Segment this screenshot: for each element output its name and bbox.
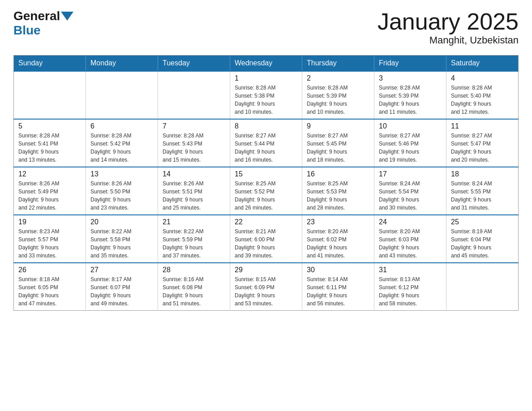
- calendar-cell: 11Sunrise: 8:27 AMSunset: 5:47 PMDayligh…: [446, 119, 519, 167]
- calendar-cell: 13Sunrise: 8:26 AMSunset: 5:50 PMDayligh…: [86, 167, 158, 215]
- day-info: Sunrise: 8:24 AMSunset: 5:55 PMDaylight:…: [451, 180, 514, 212]
- calendar-cell: 5Sunrise: 8:28 AMSunset: 5:41 PMDaylight…: [14, 119, 86, 167]
- calendar-cell: 19Sunrise: 8:23 AMSunset: 5:57 PMDayligh…: [14, 215, 86, 263]
- calendar-cell: 8Sunrise: 8:27 AMSunset: 5:44 PMDaylight…: [230, 119, 302, 167]
- calendar-header-sunday: Sunday: [14, 56, 86, 72]
- day-number: 21: [163, 218, 225, 226]
- day-number: 19: [18, 218, 81, 226]
- calendar-week-4: 19Sunrise: 8:23 AMSunset: 5:57 PMDayligh…: [14, 215, 519, 263]
- day-info: Sunrise: 8:22 AMSunset: 5:58 PMDaylight:…: [90, 227, 153, 260]
- calendar-cell: 20Sunrise: 8:22 AMSunset: 5:58 PMDayligh…: [86, 215, 158, 263]
- calendar-week-2: 5Sunrise: 8:28 AMSunset: 5:41 PMDaylight…: [14, 119, 519, 167]
- calendar-week-1: 1Sunrise: 8:28 AMSunset: 5:38 PMDaylight…: [14, 71, 519, 119]
- day-info: Sunrise: 8:24 AMSunset: 5:54 PMDaylight:…: [379, 180, 442, 212]
- calendar-cell: 26Sunrise: 8:18 AMSunset: 6:05 PMDayligh…: [14, 263, 86, 311]
- day-number: 4: [451, 74, 514, 82]
- day-info: Sunrise: 8:25 AMSunset: 5:52 PMDaylight:…: [235, 180, 297, 212]
- calendar-header-monday: Monday: [86, 56, 158, 72]
- day-info: Sunrise: 8:28 AMSunset: 5:39 PMDaylight:…: [307, 84, 369, 116]
- calendar-cell: 14Sunrise: 8:26 AMSunset: 5:51 PMDayligh…: [158, 167, 230, 215]
- day-info: Sunrise: 8:20 AMSunset: 6:03 PMDaylight:…: [379, 227, 442, 260]
- day-number: 30: [307, 266, 369, 274]
- calendar-cell: [158, 71, 230, 119]
- day-number: 22: [235, 218, 297, 226]
- day-number: 15: [235, 170, 297, 178]
- logo: General Blue: [13, 9, 74, 38]
- calendar-cell: 3Sunrise: 8:28 AMSunset: 5:39 PMDaylight…: [374, 71, 446, 119]
- calendar-header-row: SundayMondayTuesdayWednesdayThursdayFrid…: [14, 56, 519, 72]
- calendar-cell: 24Sunrise: 8:20 AMSunset: 6:03 PMDayligh…: [374, 215, 446, 263]
- day-info: Sunrise: 8:13 AMSunset: 6:12 PMDaylight:…: [379, 275, 442, 308]
- day-number: 17: [379, 170, 442, 178]
- day-info: Sunrise: 8:21 AMSunset: 6:00 PMDaylight:…: [235, 227, 297, 260]
- calendar-cell: 9Sunrise: 8:27 AMSunset: 5:45 PMDaylight…: [302, 119, 374, 167]
- day-info: Sunrise: 8:28 AMSunset: 5:39 PMDaylight:…: [379, 84, 442, 116]
- calendar-header: SundayMondayTuesdayWednesdayThursdayFrid…: [14, 56, 519, 72]
- calendar-cell: 23Sunrise: 8:20 AMSunset: 6:02 PMDayligh…: [302, 215, 374, 263]
- day-number: 25: [451, 218, 514, 226]
- day-number: 8: [235, 122, 297, 130]
- day-number: 9: [307, 122, 369, 130]
- logo-triangle-icon: [61, 12, 73, 21]
- day-info: Sunrise: 8:20 AMSunset: 6:02 PMDaylight:…: [307, 227, 369, 260]
- day-number: 6: [90, 122, 153, 130]
- day-info: Sunrise: 8:25 AMSunset: 5:53 PMDaylight:…: [307, 180, 369, 212]
- day-number: 10: [379, 122, 442, 130]
- calendar-cell: 29Sunrise: 8:15 AMSunset: 6:09 PMDayligh…: [230, 263, 302, 311]
- calendar-cell: 25Sunrise: 8:19 AMSunset: 6:04 PMDayligh…: [446, 215, 519, 263]
- day-number: 28: [163, 266, 225, 274]
- day-number: 24: [379, 218, 442, 226]
- calendar-week-3: 12Sunrise: 8:26 AMSunset: 5:49 PMDayligh…: [14, 167, 519, 215]
- day-number: 12: [18, 170, 81, 178]
- calendar-cell: [14, 71, 86, 119]
- day-info: Sunrise: 8:23 AMSunset: 5:57 PMDaylight:…: [18, 227, 81, 260]
- day-number: 23: [307, 218, 369, 226]
- day-info: Sunrise: 8:18 AMSunset: 6:05 PMDaylight:…: [18, 275, 81, 308]
- calendar-cell: 17Sunrise: 8:24 AMSunset: 5:54 PMDayligh…: [374, 167, 446, 215]
- day-info: Sunrise: 8:16 AMSunset: 6:08 PMDaylight:…: [163, 275, 225, 308]
- day-info: Sunrise: 8:27 AMSunset: 5:45 PMDaylight:…: [307, 132, 369, 164]
- main-title: January 2025: [378, 9, 519, 34]
- calendar-cell: 4Sunrise: 8:28 AMSunset: 5:40 PMDaylight…: [446, 71, 519, 119]
- day-info: Sunrise: 8:22 AMSunset: 5:59 PMDaylight:…: [163, 227, 225, 260]
- day-number: 13: [90, 170, 153, 178]
- day-info: Sunrise: 8:15 AMSunset: 6:09 PMDaylight:…: [235, 275, 297, 308]
- day-info: Sunrise: 8:26 AMSunset: 5:50 PMDaylight:…: [90, 180, 153, 212]
- day-info: Sunrise: 8:27 AMSunset: 5:44 PMDaylight:…: [235, 132, 297, 164]
- day-info: Sunrise: 8:27 AMSunset: 5:47 PMDaylight:…: [451, 132, 514, 164]
- calendar-cell: 28Sunrise: 8:16 AMSunset: 6:08 PMDayligh…: [158, 263, 230, 311]
- title-section: January 2025 Manghit, Uzbekistan: [378, 9, 519, 46]
- calendar-cell: 15Sunrise: 8:25 AMSunset: 5:52 PMDayligh…: [230, 167, 302, 215]
- calendar-cell: [86, 71, 158, 119]
- day-number: 14: [163, 170, 225, 178]
- day-info: Sunrise: 8:28 AMSunset: 5:43 PMDaylight:…: [163, 132, 225, 164]
- logo-blue-text: Blue: [13, 23, 41, 37]
- calendar-cell: 2Sunrise: 8:28 AMSunset: 5:39 PMDaylight…: [302, 71, 374, 119]
- day-number: 18: [451, 170, 514, 178]
- calendar-header-thursday: Thursday: [302, 56, 374, 72]
- calendar-cell: [446, 263, 519, 311]
- day-number: 7: [163, 122, 225, 130]
- calendar-cell: 18Sunrise: 8:24 AMSunset: 5:55 PMDayligh…: [446, 167, 519, 215]
- day-number: 27: [90, 266, 153, 274]
- day-info: Sunrise: 8:14 AMSunset: 6:11 PMDaylight:…: [307, 275, 369, 308]
- logo-general-text: General: [13, 9, 60, 23]
- calendar-cell: 12Sunrise: 8:26 AMSunset: 5:49 PMDayligh…: [14, 167, 86, 215]
- calendar-week-5: 26Sunrise: 8:18 AMSunset: 6:05 PMDayligh…: [14, 263, 519, 311]
- day-info: Sunrise: 8:28 AMSunset: 5:40 PMDaylight:…: [451, 84, 514, 116]
- calendar-cell: 6Sunrise: 8:28 AMSunset: 5:42 PMDaylight…: [86, 119, 158, 167]
- day-info: Sunrise: 8:17 AMSunset: 6:07 PMDaylight:…: [90, 275, 153, 308]
- day-number: 26: [18, 266, 81, 274]
- calendar-cell: 16Sunrise: 8:25 AMSunset: 5:53 PMDayligh…: [302, 167, 374, 215]
- day-info: Sunrise: 8:28 AMSunset: 5:42 PMDaylight:…: [90, 132, 153, 164]
- page-header: General Blue January 2025 Manghit, Uzbek…: [13, 9, 519, 46]
- calendar-header-wednesday: Wednesday: [230, 56, 302, 72]
- day-info: Sunrise: 8:28 AMSunset: 5:38 PMDaylight:…: [235, 84, 297, 116]
- calendar-cell: 1Sunrise: 8:28 AMSunset: 5:38 PMDaylight…: [230, 71, 302, 119]
- calendar-cell: 21Sunrise: 8:22 AMSunset: 5:59 PMDayligh…: [158, 215, 230, 263]
- day-info: Sunrise: 8:26 AMSunset: 5:51 PMDaylight:…: [163, 180, 225, 212]
- calendar-header-tuesday: Tuesday: [158, 56, 230, 72]
- calendar-header-saturday: Saturday: [446, 56, 519, 72]
- day-number: 3: [379, 74, 442, 82]
- day-number: 20: [90, 218, 153, 226]
